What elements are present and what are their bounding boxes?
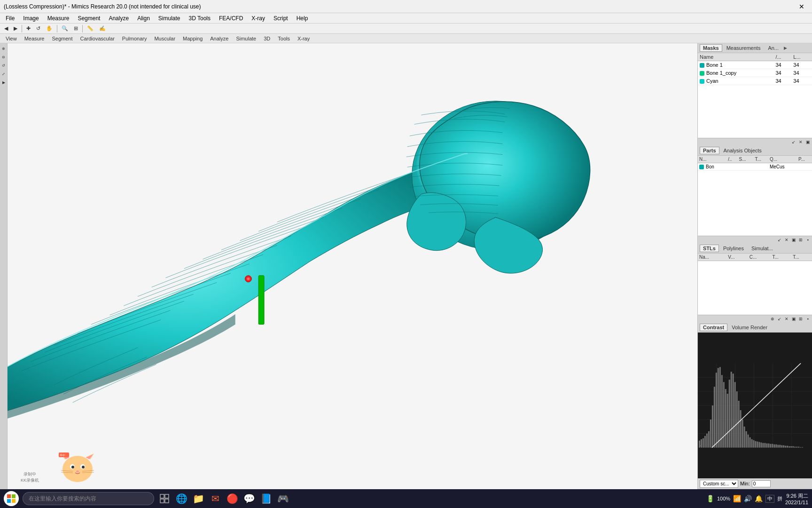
toolbar-pan[interactable]: ✋ [44, 24, 55, 32]
menu-image[interactable]: Image [19, 14, 42, 23]
tab-simulat[interactable]: Simulat... [748, 245, 776, 252]
toolbar-fit[interactable]: ⊞ [71, 24, 80, 32]
stls-col-t2: T... [791, 254, 812, 261]
contrast-tool-2[interactable]: ↙ [776, 316, 783, 322]
menu-simulate[interactable]: Simulate [155, 14, 184, 23]
task-view-button[interactable] [158, 492, 171, 505]
toolbar-zoom[interactable]: 🔍 [59, 24, 70, 32]
toolbar-nav-back[interactable]: ◀ [2, 24, 10, 32]
svg-text:...: ... [789, 444, 792, 447]
nav-tab-tools[interactable]: Tools [274, 35, 294, 42]
menu-align[interactable]: Align [133, 14, 154, 23]
nav-tab-measure[interactable]: Measure [21, 35, 48, 42]
svg-rect-58 [775, 444, 777, 448]
taskbar-wechat-icon[interactable]: 💬 [242, 492, 256, 505]
toolbar-select[interactable]: ✚ [24, 24, 33, 32]
stls-tool-3[interactable]: ▣ [790, 237, 797, 243]
masks-panel-arrow[interactable]: ▶ [783, 46, 788, 50]
taskbar-search-bar[interactable]: 在这里输入你要搜索的内容 [23, 492, 154, 505]
nav-tab-pulmonary[interactable]: Pulmonary [118, 35, 151, 42]
nav-tab-mapping[interactable]: Mapping [179, 35, 206, 42]
taskbar-teams-icon[interactable]: 📘 [259, 492, 273, 505]
svg-rect-80 [12, 499, 16, 503]
3d-viewport[interactable] [8, 43, 697, 489]
contrast-tool-3[interactable]: ▣ [790, 316, 797, 322]
table-row[interactable]: Bon MeCus [698, 163, 812, 171]
mask-col3-2: 34 [791, 69, 812, 77]
nav-tab-3d[interactable]: 3D [260, 35, 274, 42]
stls-tool-2[interactable]: ✕ [783, 237, 790, 243]
tab-analysis-objects[interactable]: Analysis Objects [720, 147, 765, 154]
ime-pinyin[interactable]: 拼 [777, 495, 782, 502]
stls-tool-close[interactable]: ▪ [804, 237, 811, 243]
tab-parts[interactable]: Parts [700, 147, 719, 154]
menu-segment[interactable]: Segment [74, 14, 104, 23]
taskbar-explorer-icon[interactable]: 📁 [192, 492, 205, 505]
nav-tab-analyze[interactable]: Analyze [206, 35, 232, 42]
tab-stls[interactable]: STLs [700, 245, 719, 252]
svg-rect-38 [738, 401, 740, 448]
ime-indicator[interactable]: 中 [765, 495, 774, 503]
toolbar-annotate[interactable]: ✍ [97, 24, 108, 32]
left-tool-5[interactable]: ▶ [0, 79, 7, 86]
svg-rect-70 [798, 447, 799, 448]
menu-measure[interactable]: Measure [44, 14, 73, 23]
left-tool-4[interactable]: ⤢ [0, 71, 7, 77]
nav-tab-cardiovascular[interactable]: Cardiovascular [76, 35, 118, 42]
start-button[interactable] [4, 491, 19, 506]
nav-tab-view[interactable]: View [2, 35, 21, 42]
scale-type-select[interactable]: Custom sc... [700, 480, 738, 488]
toolbar-measure[interactable]: 📏 [85, 24, 96, 32]
min-value-input[interactable] [752, 480, 771, 487]
tab-masks[interactable]: Masks [700, 44, 722, 52]
table-row[interactable]: Cyan 34 34 [698, 77, 812, 85]
svg-rect-47 [755, 441, 757, 448]
nav-tab-muscular[interactable]: Muscular [150, 35, 179, 42]
contrast-panel: ⊕ ↙ ✕ ▣ ⊞ ▪ Contrast Volume Render [698, 315, 812, 489]
contrast-tool-4[interactable]: ⊞ [797, 316, 804, 322]
menu-xray[interactable]: X-ray [248, 14, 269, 23]
notification-icon[interactable]: 🔔 [755, 495, 763, 502]
taskbar-mail-icon[interactable]: ✉ [209, 492, 222, 505]
stls-tool-4[interactable]: ⊞ [797, 237, 804, 243]
svg-text:0: 0 [699, 444, 701, 447]
contrast-tool-5[interactable]: ▪ [804, 316, 811, 322]
taskbar: 在这里输入你要搜索的内容 🌐 📁 ✉ 🔴 💬 📘 🎮 🔋 100% 📶 🔊 🔔 … [0, 489, 812, 508]
menu-file[interactable]: File [2, 14, 18, 23]
tab-analysis[interactable]: An... [765, 44, 782, 52]
left-tool-2[interactable]: ⊖ [0, 54, 7, 60]
toolbar-nav-fwd[interactable]: ▶ [11, 24, 20, 32]
taskbar-clock[interactable]: 9:26 周二 2022/1/11 [785, 492, 808, 505]
table-row[interactable]: Bone 1 34 34 [698, 61, 812, 69]
taskbar-app1-icon[interactable]: 🔴 [226, 492, 239, 505]
taskbar-browser-icon[interactable]: 🌐 [175, 492, 188, 505]
parts-tool-close[interactable]: ▣ [804, 139, 811, 145]
nav-tab-segment[interactable]: Segment [48, 35, 76, 42]
tab-measurements[interactable]: Measurements [723, 44, 764, 52]
menu-feacfd[interactable]: FEA/CFD [215, 14, 247, 23]
menu-3dtools[interactable]: 3D Tools [185, 14, 214, 23]
svg-rect-56 [772, 444, 773, 448]
left-tool-3[interactable]: ↺ [0, 62, 7, 69]
nav-tab-simulate[interactable]: Simulate [232, 35, 260, 42]
stls-tool-1[interactable]: ↙ [776, 237, 783, 243]
app-title: (Lossless Compression)* - Mimics Researc… [4, 3, 201, 10]
nav-tab-xray[interactable]: X-ray [294, 35, 313, 42]
taskbar-mimics-icon[interactable]: 🎮 [276, 492, 289, 505]
table-row[interactable]: Bone 1_copy 34 34 [698, 69, 812, 77]
toolbar-rotate[interactable]: ↺ [34, 24, 43, 32]
contrast-tool-1[interactable]: ⊕ [769, 316, 776, 322]
menu-help[interactable]: Help [293, 14, 312, 23]
menu-analyze[interactable]: Analyze [105, 14, 133, 23]
parts-tool-2[interactable]: ✕ [797, 139, 804, 145]
contrast-tool-close[interactable]: ✕ [783, 316, 790, 322]
left-tool-1[interactable]: ⊕ [0, 45, 7, 52]
menu-script[interactable]: Script [270, 14, 292, 23]
svg-rect-46 [753, 440, 755, 448]
mask-color-2 [700, 71, 704, 76]
close-button[interactable]: ✕ [795, 2, 808, 11]
parts-tool-1[interactable]: ↙ [790, 139, 797, 145]
tab-contrast[interactable]: Contrast [700, 324, 727, 331]
tab-polylines[interactable]: Polylines [720, 245, 747, 252]
tab-volume-render[interactable]: Volume Render [728, 324, 771, 331]
